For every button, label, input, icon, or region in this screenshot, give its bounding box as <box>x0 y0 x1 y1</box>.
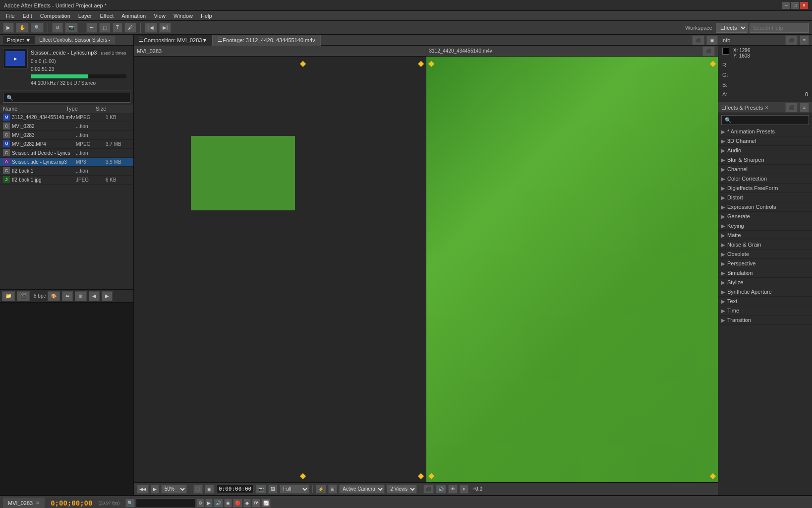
project-scroll-prev[interactable]: ◀ <box>89 291 100 301</box>
menu-composition[interactable]: Composition <box>36 12 74 20</box>
effects-panel-x[interactable]: ✕ <box>765 105 769 110</box>
effects-search-input[interactable] <box>721 115 809 125</box>
effects-options[interactable]: ≡ <box>800 103 809 113</box>
tl-solo[interactable]: ◉ <box>224 499 232 508</box>
tl-navigator[interactable]: 🗺 <box>252 499 260 508</box>
tl-render[interactable]: 🔴 <box>233 499 242 508</box>
toolbar-paint-tool[interactable]: 🖌 <box>124 23 136 33</box>
menu-file[interactable]: File <box>2 12 19 20</box>
toolbar-camera-tool[interactable]: 📷 <box>65 23 78 33</box>
help-search-input[interactable] <box>750 23 809 33</box>
list-item[interactable]: C MVI_0282 ...tion <box>0 122 133 131</box>
effect-cat-channel[interactable]: ▶ Channel <box>718 165 812 174</box>
maximize-button[interactable]: □ <box>791 2 799 9</box>
comp-timecode[interactable]: 0;00;00;00 <box>216 485 254 493</box>
effect-cat-text[interactable]: ▶ Text <box>718 297 812 306</box>
info-tab-label[interactable]: Info <box>721 37 730 43</box>
show-grid[interactable]: ⊞ <box>328 485 337 494</box>
toolbar-rotate-tool[interactable]: ↺ <box>52 23 63 33</box>
effect-cat-simulation[interactable]: ▶ Simulation <box>718 268 812 278</box>
menu-edit[interactable]: Edit <box>19 12 36 20</box>
render-settings[interactable]: ⬛ <box>423 485 434 494</box>
toolbar-selection-tool[interactable]: ▶ <box>3 23 14 33</box>
timeline-tab-mvi0283[interactable]: MVI_0283 ✕ <box>3 498 45 508</box>
effect-cat-noise-grain[interactable]: ▶ Noise & Grain <box>718 240 812 250</box>
menu-help[interactable]: Help <box>197 12 216 20</box>
show-snapshot[interactable]: 🖼 <box>268 485 278 494</box>
list-item[interactable]: A Scissor...ide - Lyrics.mp3 MP3 3.9 MB <box>0 158 133 167</box>
effect-cat-distort[interactable]: ▶ Distort <box>718 193 812 202</box>
effect-cat-audio[interactable]: ▶ Audio <box>718 146 812 155</box>
toolbar-playback-prev[interactable]: |◀ <box>145 23 157 33</box>
zoom-select[interactable]: 50% 100% 200% <box>161 485 187 494</box>
effect-cat-matte[interactable]: ▶ Matte <box>718 231 812 240</box>
effect-cat-synthetic-aperture[interactable]: ▶ Synthetic Aperture <box>718 287 812 297</box>
project-tab[interactable]: Project ▼ <box>3 36 35 44</box>
toolbar-pen-tool[interactable]: ✒ <box>86 23 97 33</box>
footage-collapse[interactable]: ⬛ <box>702 46 715 56</box>
effect-cat-keying[interactable]: ▶ Keying <box>718 221 812 231</box>
hide-layers[interactable]: 👁 <box>448 485 458 494</box>
snapshot[interactable]: 📷 <box>256 485 266 494</box>
project-new-folder[interactable]: 📁 <box>2 291 15 301</box>
effect-cat-animation-presets[interactable]: ▶ * Animation Presets <box>718 127 812 136</box>
project-delete[interactable]: 🗑 <box>75 291 87 301</box>
timeline-tab-close[interactable]: ✕ <box>36 501 40 506</box>
project-scroll-next[interactable]: ▶ <box>102 291 113 301</box>
toolbar-playback-next[interactable]: ▶| <box>159 23 172 33</box>
menu-layer[interactable]: Layer <box>74 12 96 20</box>
project-search-input[interactable] <box>3 93 130 103</box>
effect-cat-3d-channel[interactable]: ▶ 3D Channel <box>718 136 812 146</box>
effect-controls-tab[interactable]: Effect Controls: Scissor Sisters - <box>35 36 115 44</box>
menu-window[interactable]: Window <box>170 12 197 20</box>
effect-cat-stylize[interactable]: ▶ Stylize <box>718 278 812 287</box>
tl-keyframe[interactable]: ◆ <box>243 499 251 508</box>
menu-effect[interactable]: Effect <box>96 12 117 20</box>
camera-select[interactable]: Active Camera <box>339 485 385 494</box>
effects-panel-label[interactable]: Effects & Presets <box>721 105 763 111</box>
effect-cat-digieffects[interactable]: ▶ Digieffects FreeForm <box>718 184 812 193</box>
workspace-select[interactable]: Effects <box>716 23 748 33</box>
composition-viewer-tab[interactable]: ☰ Composition: MVI_0283 ▼ <box>134 35 213 46</box>
project-color-settings[interactable]: 🎨 <box>48 291 60 301</box>
tl-comp-settings[interactable]: ⚙ <box>196 499 204 508</box>
menu-animation[interactable]: Animation <box>117 12 150 20</box>
timeline-current-time[interactable]: 0;00;00;00 <box>51 499 92 507</box>
tl-search-btn[interactable]: 🔍 <box>125 499 135 508</box>
info-collapse[interactable]: ⬛ <box>785 35 798 45</box>
audio-toggle[interactable]: 🔊 <box>436 485 446 494</box>
fast-preview[interactable]: ⚡ <box>316 485 326 494</box>
list-item[interactable]: C Scissor...nt Decide - Lyrics ...tion <box>0 149 133 158</box>
playback-play[interactable]: ▶ <box>151 485 159 494</box>
tl-audio[interactable]: 🔊 <box>214 499 223 508</box>
toolbar-hand-tool[interactable]: ✋ <box>16 23 29 33</box>
tl-preview[interactable]: ▶ <box>205 499 213 508</box>
list-item[interactable]: J tf2 back 1.jpg JPEG 6 KB <box>0 176 133 185</box>
list-item[interactable]: M 3112_4420_434455140.m4v MPEG 1 KB <box>0 113 133 122</box>
tl-graph-editor[interactable]: 📈 <box>261 499 271 508</box>
project-render-queue[interactable]: ⬅ <box>62 291 73 301</box>
effects-collapse[interactable]: ⬛ <box>785 103 798 113</box>
project-new-comp[interactable]: 🎬 <box>17 291 30 301</box>
toggle-transparency[interactable]: ▣ <box>205 485 214 494</box>
list-item[interactable]: M MVI_0282.MP4 MPEG 3.7 MB <box>0 140 133 149</box>
minimize-button[interactable]: ─ <box>782 2 790 9</box>
toolbar-mask-tool[interactable]: ⬚ <box>99 23 111 33</box>
info-options[interactable]: ≡ <box>800 35 809 45</box>
effect-cat-time[interactable]: ▶ Time <box>718 306 812 316</box>
effect-cat-perspective[interactable]: ▶ Perspective <box>718 259 812 268</box>
close-button[interactable]: ✕ <box>800 2 808 9</box>
quality-select[interactable]: Full Half Third Quarter <box>280 485 309 494</box>
region-of-interest[interactable]: ⬚ <box>193 485 203 494</box>
playback-prev-frame[interactable]: ◀◀ <box>137 485 149 494</box>
menu-view[interactable]: View <box>150 12 170 20</box>
draft-mode[interactable]: ✦ <box>460 485 468 494</box>
effect-cat-expression-controls[interactable]: ▶ Expression Controls <box>718 202 812 212</box>
timeline-search-input[interactable] <box>136 498 195 508</box>
effect-cat-blur-sharpen[interactable]: ▶ Blur & Sharpen <box>718 155 812 165</box>
effect-cat-transition[interactable]: ▶ Transition <box>718 316 812 325</box>
list-item[interactable]: C tf2 back 1 ...tion <box>0 167 133 176</box>
toolbar-text-tool[interactable]: T <box>113 23 122 33</box>
views-select[interactable]: 2 Views 1 View 4 Views <box>387 485 417 494</box>
footage-viewer-tab[interactable]: ☰ Footage: 3112_4420_434455140.m4v <box>213 35 321 46</box>
